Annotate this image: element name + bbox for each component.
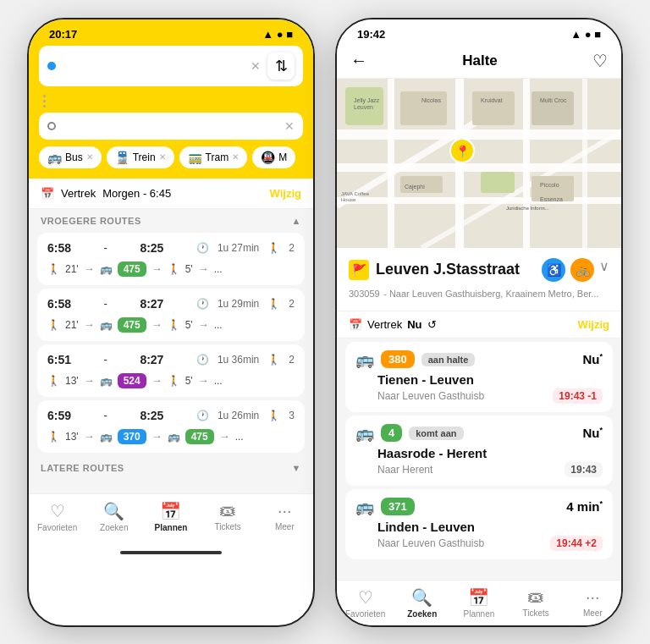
walk-icon-0: 🚶 bbox=[47, 263, 60, 275]
svg-rect-13 bbox=[472, 91, 515, 125]
more-icon-2: ··· bbox=[586, 587, 600, 607]
search-from-row[interactable]: Huidige locatie ✕ ⇅ bbox=[39, 46, 303, 86]
route-end-0: 8:25 bbox=[140, 241, 163, 255]
arrival-card-1[interactable]: 🚌 4 komt aan Nu* Haasrode - Herent Naar … bbox=[345, 416, 613, 486]
svg-text:Cajephi: Cajephi bbox=[405, 184, 425, 190]
svg-rect-12 bbox=[400, 91, 447, 125]
stop-sub: 303059 - Naar Leuven Gasthuisberg, Kraai… bbox=[349, 285, 609, 300]
back-button[interactable]: ← bbox=[350, 51, 367, 70]
arrival-dest-a2: Naar Leuven Gasthuisb 19:44 +2 bbox=[355, 536, 603, 551]
nav-plannen-1[interactable]: 📅 Plannen bbox=[149, 501, 193, 532]
arrivals-content: 🚌 380 aan halte Nu* Tienen - Leuven Naar… bbox=[337, 339, 621, 580]
nav-favorieten-1[interactable]: ♡ Favorieten bbox=[36, 501, 80, 532]
metro-chip-icon: 🚇 bbox=[261, 151, 275, 164]
route-card-1[interactable]: 6:58 - 8:27 🕐 1u 29min 🚶 2 🚶 21' → 🚌 475… bbox=[37, 289, 305, 341]
nav-meer-1[interactable]: ··· Meer bbox=[262, 501, 306, 531]
wijzig-btn-1[interactable]: Wijzig bbox=[270, 187, 301, 200]
earlier-routes-header: VROEGERE ROUTES ▲ bbox=[29, 209, 313, 229]
route-duration-0: 1u 27min bbox=[218, 242, 259, 254]
swap-button[interactable]: ⇅ bbox=[267, 52, 295, 80]
walk2-icon-0: 🚶 bbox=[168, 263, 180, 275]
svg-rect-2 bbox=[337, 163, 621, 172]
stop-name-row: 🚩 Leuven J.Stasstraat ♿ 🚲 ∨ bbox=[349, 258, 609, 282]
arrival-card-0[interactable]: 🚌 380 aan halte Nu* Tienen - Leuven Naar… bbox=[345, 342, 613, 412]
depart-bar-2: 📅 Vertrek Nu ↺ Wijzig bbox=[337, 311, 621, 339]
svg-text:Leuven: Leuven bbox=[354, 104, 373, 110]
bottom-nav-1: ♡ Favorieten 🔍 Zoeken 📅 Plannen 🎟 Ticket… bbox=[29, 493, 313, 544]
ticket-icon-1: 🎟 bbox=[219, 501, 236, 520]
route-divider bbox=[39, 93, 303, 109]
transport-chips: 🚌 Bus ✕ 🚆 Trein ✕ 🚃 Tram ✕ 🚇 M bbox=[39, 146, 303, 168]
svg-text:Jelly Jazz: Jelly Jazz bbox=[354, 97, 380, 104]
clear-from-btn[interactable]: ✕ bbox=[251, 59, 261, 73]
bus-icon-a0: 🚌 bbox=[355, 350, 374, 369]
arrival-time-a2: 4 min* bbox=[566, 499, 603, 514]
depart-label-1: Vertrek bbox=[61, 187, 96, 200]
bus-icon-a2: 🚌 bbox=[355, 498, 374, 516]
search-to-input[interactable]: Mechelen, Vlaanderen, België bbox=[63, 119, 278, 133]
expand-icon[interactable]: ▼ bbox=[292, 463, 301, 473]
chip-metro[interactable]: 🚇 M bbox=[252, 146, 295, 168]
heart-button[interactable]: ♡ bbox=[592, 51, 608, 71]
phone-2: 19:42 ▲ ● ■ ← Halte ♡ bbox=[335, 18, 623, 627]
arrival-dest-a1: Naar Herent 19:43 bbox=[355, 462, 603, 477]
home-bar-1 bbox=[29, 544, 313, 561]
route-card-2[interactable]: 6:51 - 8:27 🕐 1u 36min 🚶 2 🚶 13' → 🚌 524… bbox=[37, 344, 305, 397]
bike-badge: 🚲 bbox=[570, 258, 594, 282]
nav-plannen-2[interactable]: 📅 Plannen bbox=[457, 587, 501, 619]
calendar-icon-2: 📅 bbox=[349, 318, 362, 331]
nav-favorieten-2[interactable]: ♡ Favorieten bbox=[344, 587, 388, 619]
chip-bus[interactable]: 🚌 Bus ✕ bbox=[39, 146, 102, 168]
depart-bar-1: 📅 Vertrek Morgen - 6:45 Wijzig bbox=[29, 179, 313, 209]
svg-rect-7 bbox=[582, 79, 587, 248]
route-steps-0: 🚶 21' → 🚌 475 → 🚶 5' → ... bbox=[47, 261, 295, 277]
chip-tram[interactable]: 🚃 Tram ✕ bbox=[179, 146, 248, 168]
refresh-icon[interactable]: ↺ bbox=[427, 318, 437, 331]
status-icons-2: ▲ ● ■ bbox=[570, 28, 601, 41]
route-card-3[interactable]: 6:59 - 8:25 🕐 1u 26min 🚶 3 🚶 13' → 🚌 370… bbox=[37, 400, 305, 453]
time-badge-a2: 19:44 +2 bbox=[550, 536, 603, 551]
status-tag-a0: aan halte bbox=[421, 353, 476, 366]
depart-time-2: Nu bbox=[407, 318, 421, 331]
search-icon-2: 🔍 bbox=[411, 587, 432, 608]
ticket-icon-2: 🎟 bbox=[527, 587, 544, 607]
wijzig-btn-2[interactable]: Wijzig bbox=[578, 318, 609, 331]
bottom-nav-2: ♡ Favorieten 🔍 Zoeken 📅 Plannen 🎟 Ticket… bbox=[337, 580, 621, 627]
nav-tickets-2[interactable]: 🎟 Tickets bbox=[514, 587, 558, 618]
heart-icon-2: ♡ bbox=[358, 587, 373, 608]
line-badge-0: 475 bbox=[118, 261, 146, 277]
clear-to-btn[interactable]: ✕ bbox=[284, 119, 295, 133]
svg-text:JAVA Coffee: JAVA Coffee bbox=[341, 191, 370, 196]
stop-badges: ♿ 🚲 ∨ bbox=[542, 258, 609, 282]
svg-rect-14 bbox=[532, 91, 574, 125]
nav-tickets-1[interactable]: 🎟 Tickets bbox=[206, 501, 250, 531]
chevron-down-icon[interactable]: ∨ bbox=[599, 258, 609, 282]
depart-time-1: Morgen - 6:45 bbox=[102, 187, 171, 200]
collapse-icon[interactable]: ▲ bbox=[292, 216, 301, 226]
svg-rect-1 bbox=[337, 129, 621, 140]
clock-icon-0: 🕐 bbox=[196, 242, 209, 254]
map-area[interactable]: 📍 Jelly Jazz Leuven Nicolas Kruidvat Mul… bbox=[337, 79, 621, 248]
route-card-0[interactable]: 6:58 - 8:25 🕐 1u 27min 🚶 2 🚶 21' → 🚌 475… bbox=[37, 233, 305, 285]
search-to-row[interactable]: Mechelen, Vlaanderen, België ✕ bbox=[39, 113, 303, 140]
phone-1: 20:17 ▲ ● ■ Huidige locatie ✕ ⇅ Mechelen… bbox=[27, 18, 315, 627]
time-badge-a1: 19:43 bbox=[565, 462, 603, 477]
nav-zoeken-2[interactable]: 🔍 Zoeken bbox=[400, 587, 444, 619]
nav-meer-2[interactable]: ··· Meer bbox=[570, 587, 614, 618]
nav-zoeken-1[interactable]: 🔍 Zoeken bbox=[92, 501, 136, 532]
more-icon-1: ··· bbox=[278, 501, 292, 520]
route-top-3: 6:59 - 8:25 🕐 1u 26min 🚶 3 bbox=[47, 409, 295, 422]
svg-rect-10 bbox=[481, 172, 515, 193]
stop-info: 🚩 Leuven J.Stasstraat ♿ 🚲 ∨ 303059 - Naa… bbox=[337, 248, 621, 311]
arrival-card-2[interactable]: 🚌 371 4 min* Linden - Leuven Naar Leuven… bbox=[345, 489, 613, 559]
plan-icon-2: 📅 bbox=[468, 587, 489, 608]
search-from-input[interactable]: Huidige locatie bbox=[63, 59, 244, 73]
line-badge-a2: 371 bbox=[381, 498, 415, 515]
chip-trein[interactable]: 🚆 Trein ✕ bbox=[107, 146, 174, 168]
route-steps-3: 🚶 13' → 🚌 370 → 🚌 475 → ... bbox=[47, 429, 295, 444]
routes-content: VROEGERE ROUTES ▲ 6:58 - 8:25 🕐 1u 27min… bbox=[29, 209, 313, 493]
svg-text:Juridische Inform...: Juridische Inform... bbox=[506, 206, 549, 211]
status-tag-a1: komt aan bbox=[409, 427, 463, 440]
wheelchair-badge: ♿ bbox=[542, 258, 565, 282]
bus-chip-icon: 🚌 bbox=[47, 151, 62, 164]
